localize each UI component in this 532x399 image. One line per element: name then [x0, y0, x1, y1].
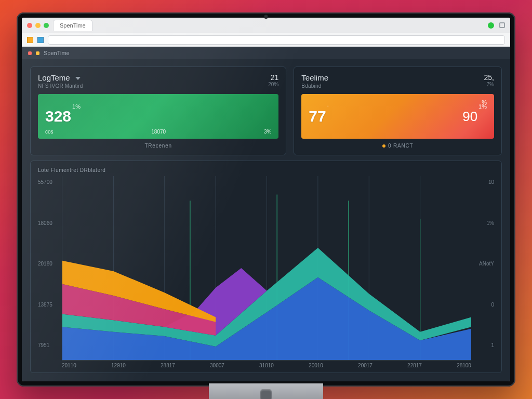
browser-urlbar [22, 33, 510, 47]
browser-tab-label: SpenTime [60, 22, 86, 29]
brand-logo-icon [260, 389, 272, 399]
chart-panel: Lote Flumentret DRblaterd 55700 18060 20… [30, 161, 502, 373]
card-logteme-right-num: 21 [268, 73, 278, 82]
app-minimize-icon[interactable] [36, 51, 39, 55]
metric-green-foot-mid: 18070 [151, 129, 166, 135]
card-logteme-title: LogTeme [38, 73, 70, 82]
metric-orange-value: 77 [309, 108, 326, 125]
chevron-down-icon[interactable] [75, 77, 81, 80]
bookmark-icon-2[interactable] [37, 37, 44, 43]
minimize-window-button[interactable] [35, 23, 41, 28]
metric-green: 328 1% cos 18070 3% [38, 94, 278, 139]
monitor-frame: SpenTime SpenTime [17, 12, 515, 387]
metric-green-unit: 1% [72, 103, 81, 110]
chart-yaxis-right: 10 1% ANotY 0 1 [471, 176, 494, 361]
app-close-icon[interactable] [28, 51, 32, 55]
status-online-icon [488, 22, 494, 29]
card-teelime-subtitle: Bdabind [301, 83, 328, 89]
screen: SpenTime SpenTime [22, 18, 510, 381]
metric-orange-value2: 90 [462, 109, 477, 125]
chart-yaxis-left: 55700 18060 20180 13875 7951 [38, 176, 62, 361]
card-teelime-right-sub: 7% [484, 82, 494, 87]
metric-green-foot-left: cos [45, 129, 54, 135]
card-logteme-bottom: TRecenen [144, 143, 172, 149]
card-logteme: LogTeme NFS IVGR Mantird 21 20% 328 1% [30, 66, 286, 155]
url-input[interactable] [48, 35, 505, 45]
chart-title: Lote Flumentret DRblaterd [38, 167, 494, 173]
monitor-chin [209, 383, 323, 399]
card-teelime-right-num: 25, [484, 73, 494, 82]
metric-orange-pct: % [482, 99, 487, 105]
metric-green-foot-right: 3% [264, 129, 271, 135]
browser-tab[interactable]: SpenTime [53, 20, 92, 31]
app-titlebar: SpenTime [22, 47, 510, 59]
camera-dot [264, 15, 268, 19]
metric-green-value: 328 [45, 108, 71, 125]
app-title: SpenTime [44, 50, 70, 56]
chart-plot[interactable] [62, 176, 471, 361]
browser-tabstrip: SpenTime [22, 18, 510, 33]
window-controls [27, 23, 49, 28]
card-logteme-subtitle: NFS IVGR Mantird [38, 83, 83, 89]
card-teelime: Teelime Bdabind 25, 7% 77 . 90 1% % [294, 66, 502, 155]
dashboard-app: SpenTime LogTeme NFS IVGR Mantird [22, 47, 510, 381]
summary-cards-row: LogTeme NFS IVGR Mantird 21 20% 328 1% [22, 59, 510, 158]
extension-icon[interactable] [499, 22, 505, 28]
metric-orange: 77 . 90 1% % [301, 94, 494, 139]
bookmark-icon[interactable] [27, 37, 33, 43]
chart-xaxis: 201101291028817 300073181020010 20017228… [62, 361, 471, 368]
card-teelime-bottom: 0 RANCT [382, 143, 413, 149]
maximize-window-button[interactable] [44, 23, 49, 28]
close-window-button[interactable] [27, 23, 32, 28]
card-teelime-title: Teelime [301, 73, 328, 82]
card-logteme-right-sub: 20% [268, 82, 278, 87]
